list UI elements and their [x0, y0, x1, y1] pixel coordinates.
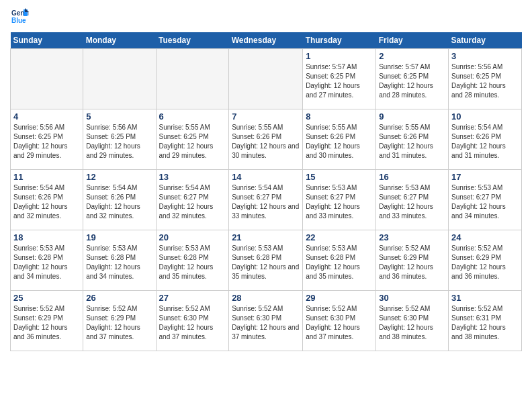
day-info: Sunrise: 5:52 AM Sunset: 6:29 PM Dayligh…	[451, 244, 519, 281]
calendar-cell: 5Sunrise: 5:56 AM Sunset: 6:25 PM Daylig…	[83, 109, 156, 170]
calendar-cell: 15Sunrise: 5:53 AM Sunset: 6:27 PM Dayli…	[303, 170, 376, 230]
calendar-cell	[156, 49, 229, 109]
day-number: 18	[13, 232, 80, 242]
logo-icon: General Blue	[10, 7, 29, 26]
calendar-cell: 23Sunrise: 5:52 AM Sunset: 6:29 PM Dayli…	[376, 230, 449, 291]
day-number: 8	[306, 111, 373, 122]
day-info: Sunrise: 5:52 AM Sunset: 6:29 PM Dayligh…	[379, 244, 445, 281]
day-number: 21	[232, 232, 300, 242]
week-row-3: 11Sunrise: 5:54 AM Sunset: 6:26 PM Dayli…	[11, 170, 522, 230]
calendar-cell: 9Sunrise: 5:55 AM Sunset: 6:26 PM Daylig…	[376, 109, 449, 170]
weekday-header-monday: Monday	[83, 32, 156, 49]
day-info: Sunrise: 5:52 AM Sunset: 6:29 PM Dayligh…	[13, 304, 80, 342]
calendar-cell: 31Sunrise: 5:52 AM Sunset: 6:31 PM Dayli…	[449, 291, 522, 351]
calendar-cell: 12Sunrise: 5:54 AM Sunset: 6:26 PM Dayli…	[83, 170, 156, 230]
day-number: 30	[379, 293, 445, 303]
calendar-cell: 29Sunrise: 5:52 AM Sunset: 6:30 PM Dayli…	[303, 291, 376, 351]
calendar-cell: 11Sunrise: 5:54 AM Sunset: 6:26 PM Dayli…	[11, 170, 83, 230]
calendar-cell: 13Sunrise: 5:54 AM Sunset: 6:27 PM Dayli…	[156, 170, 229, 230]
calendar-cell: 8Sunrise: 5:55 AM Sunset: 6:26 PM Daylig…	[303, 109, 376, 170]
day-info: Sunrise: 5:52 AM Sunset: 6:30 PM Dayligh…	[306, 304, 373, 342]
day-number: 5	[86, 111, 152, 122]
day-number: 10	[451, 111, 519, 122]
day-info: Sunrise: 5:56 AM Sunset: 6:25 PM Dayligh…	[86, 123, 152, 161]
day-info: Sunrise: 5:53 AM Sunset: 6:28 PM Dayligh…	[306, 244, 373, 281]
day-number: 7	[232, 111, 300, 122]
day-info: Sunrise: 5:55 AM Sunset: 6:26 PM Dayligh…	[306, 123, 373, 161]
day-number: 15	[306, 172, 373, 182]
calendar-cell: 20Sunrise: 5:53 AM Sunset: 6:28 PM Dayli…	[156, 230, 229, 291]
day-info: Sunrise: 5:55 AM Sunset: 6:26 PM Dayligh…	[379, 123, 445, 161]
day-info: Sunrise: 5:53 AM Sunset: 6:28 PM Dayligh…	[159, 244, 226, 281]
calendar-cell: 4Sunrise: 5:56 AM Sunset: 6:25 PM Daylig…	[11, 109, 83, 170]
day-number: 20	[159, 232, 226, 242]
day-number: 3	[451, 51, 519, 61]
weekday-header-sunday: Sunday	[11, 32, 83, 49]
calendar-cell: 7Sunrise: 5:55 AM Sunset: 6:26 PM Daylig…	[229, 109, 303, 170]
day-number: 26	[86, 293, 152, 303]
day-info: Sunrise: 5:57 AM Sunset: 6:25 PM Dayligh…	[306, 62, 373, 100]
day-number: 29	[306, 293, 373, 303]
calendar-cell: 26Sunrise: 5:52 AM Sunset: 6:29 PM Dayli…	[83, 291, 156, 351]
calendar-cell: 22Sunrise: 5:53 AM Sunset: 6:28 PM Dayli…	[303, 230, 376, 291]
calendar-cell: 27Sunrise: 5:52 AM Sunset: 6:30 PM Dayli…	[156, 291, 229, 351]
logo: General Blue	[10, 7, 32, 26]
week-row-1: 1Sunrise: 5:57 AM Sunset: 6:25 PM Daylig…	[11, 49, 522, 109]
day-info: Sunrise: 5:54 AM Sunset: 6:27 PM Dayligh…	[232, 183, 300, 221]
day-number: 19	[86, 232, 152, 242]
day-info: Sunrise: 5:52 AM Sunset: 6:30 PM Dayligh…	[379, 304, 445, 342]
day-number: 9	[379, 111, 445, 122]
calendar-cell: 24Sunrise: 5:52 AM Sunset: 6:29 PM Dayli…	[449, 230, 522, 291]
day-number: 17	[451, 172, 519, 182]
weekday-header-tuesday: Tuesday	[156, 32, 229, 49]
day-number: 22	[306, 232, 373, 242]
day-info: Sunrise: 5:53 AM Sunset: 6:28 PM Dayligh…	[86, 244, 152, 281]
calendar-cell: 25Sunrise: 5:52 AM Sunset: 6:29 PM Dayli…	[11, 291, 83, 351]
weekday-header-saturday: Saturday	[449, 32, 522, 49]
calendar-cell: 16Sunrise: 5:53 AM Sunset: 6:27 PM Dayli…	[376, 170, 449, 230]
day-number: 25	[13, 293, 80, 303]
day-info: Sunrise: 5:56 AM Sunset: 6:25 PM Dayligh…	[13, 123, 80, 161]
day-info: Sunrise: 5:52 AM Sunset: 6:30 PM Dayligh…	[232, 304, 300, 342]
day-number: 14	[232, 172, 300, 182]
svg-text:Blue: Blue	[11, 17, 26, 24]
day-number: 1	[306, 51, 373, 61]
calendar-cell: 2Sunrise: 5:57 AM Sunset: 6:25 PM Daylig…	[376, 49, 449, 109]
weekday-header-friday: Friday	[376, 32, 449, 49]
day-info: Sunrise: 5:55 AM Sunset: 6:26 PM Dayligh…	[232, 123, 300, 161]
day-info: Sunrise: 5:53 AM Sunset: 6:28 PM Dayligh…	[232, 244, 300, 281]
day-number: 2	[379, 51, 445, 61]
week-row-2: 4Sunrise: 5:56 AM Sunset: 6:25 PM Daylig…	[11, 109, 522, 170]
day-number: 4	[13, 111, 80, 122]
day-info: Sunrise: 5:52 AM Sunset: 6:31 PM Dayligh…	[451, 304, 519, 342]
calendar-cell: 17Sunrise: 5:53 AM Sunset: 6:27 PM Dayli…	[449, 170, 522, 230]
calendar-cell	[83, 49, 156, 109]
calendar-cell: 28Sunrise: 5:52 AM Sunset: 6:30 PM Dayli…	[229, 291, 303, 351]
day-number: 11	[13, 172, 80, 182]
page-header: General Blue	[10, 7, 522, 28]
day-info: Sunrise: 5:53 AM Sunset: 6:28 PM Dayligh…	[13, 244, 80, 281]
calendar-cell: 6Sunrise: 5:55 AM Sunset: 6:25 PM Daylig…	[156, 109, 229, 170]
day-info: Sunrise: 5:56 AM Sunset: 6:25 PM Dayligh…	[451, 62, 519, 100]
day-number: 13	[159, 172, 226, 182]
day-number: 27	[159, 293, 226, 303]
week-row-4: 18Sunrise: 5:53 AM Sunset: 6:28 PM Dayli…	[11, 230, 522, 291]
calendar-cell: 3Sunrise: 5:56 AM Sunset: 6:25 PM Daylig…	[449, 49, 522, 109]
calendar-cell: 18Sunrise: 5:53 AM Sunset: 6:28 PM Dayli…	[11, 230, 83, 291]
day-info: Sunrise: 5:53 AM Sunset: 6:27 PM Dayligh…	[451, 183, 519, 221]
day-number: 24	[451, 232, 519, 242]
day-info: Sunrise: 5:54 AM Sunset: 6:27 PM Dayligh…	[159, 183, 226, 221]
day-info: Sunrise: 5:53 AM Sunset: 6:27 PM Dayligh…	[379, 183, 445, 221]
calendar-cell: 21Sunrise: 5:53 AM Sunset: 6:28 PM Dayli…	[229, 230, 303, 291]
day-number: 23	[379, 232, 445, 242]
day-number: 16	[379, 172, 445, 182]
day-info: Sunrise: 5:52 AM Sunset: 6:30 PM Dayligh…	[159, 304, 226, 342]
calendar-cell: 1Sunrise: 5:57 AM Sunset: 6:25 PM Daylig…	[303, 49, 376, 109]
day-info: Sunrise: 5:53 AM Sunset: 6:27 PM Dayligh…	[306, 183, 373, 221]
weekday-header-row: SundayMondayTuesdayWednesdayThursdayFrid…	[11, 32, 522, 49]
day-info: Sunrise: 5:54 AM Sunset: 6:26 PM Dayligh…	[451, 123, 519, 161]
calendar-cell	[11, 49, 83, 109]
week-row-5: 25Sunrise: 5:52 AM Sunset: 6:29 PM Dayli…	[11, 291, 522, 351]
calendar-cell	[229, 49, 303, 109]
day-info: Sunrise: 5:54 AM Sunset: 6:26 PM Dayligh…	[13, 183, 80, 221]
